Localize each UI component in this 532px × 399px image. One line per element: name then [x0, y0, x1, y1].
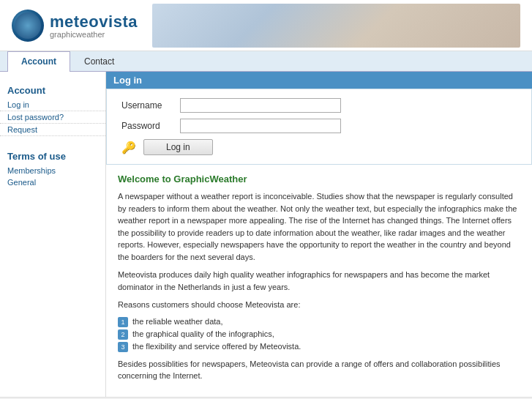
footer: Gladheidbestrijding Land en tuinbouw Onk… [0, 397, 532, 400]
login-button[interactable]: Log in [143, 139, 213, 155]
tab-contact[interactable]: Contact [70, 51, 128, 71]
reason-num-2: 2 [118, 329, 128, 340]
username-label: Username [121, 100, 180, 111]
reason-2: 2 the graphical quality of the infograph… [118, 329, 520, 340]
nav-tabs: Account Contact [0, 51, 532, 72]
sidebar-item-login[interactable]: Log in [0, 99, 105, 111]
reason-3: 3 the flexibility and service offered by… [118, 342, 520, 352]
welcome-content: Welcome to GraphicWeather A newspaper wi… [106, 165, 532, 397]
login-form: Username Password 🔑 Log in [106, 89, 532, 165]
sidebar-account-title: Account [0, 79, 105, 99]
password-row: Password [121, 119, 517, 133]
welcome-paragraph2: Meteovista produces daily high quality w… [118, 269, 520, 293]
welcome-title: Welcome to GraphicWeather [118, 174, 520, 184]
reasons-title: Reasons customers should choose Meteovis… [118, 299, 520, 311]
reason-label-3: the flexibility and service offered by M… [132, 342, 301, 351]
reason-1: 1 the reliable weather data, [118, 317, 520, 327]
sidebar-item-memberships[interactable]: Memberships [0, 165, 105, 176]
username-input[interactable] [180, 98, 341, 113]
header-image [152, 4, 520, 48]
logo-text: meteovista graphicweather [50, 12, 138, 39]
logo-area: meteovista graphicweather [12, 10, 138, 42]
key-icon: 🔑 [121, 141, 136, 154]
login-title: Log in [113, 75, 142, 86]
main-layout: Account Log in Lost password? Request Te… [0, 72, 532, 397]
reason-num-3: 3 [118, 342, 128, 352]
password-label: Password [121, 121, 180, 131]
logo-name: meteovista [50, 12, 138, 31]
reason-label-2: the graphical quality of the infographic… [132, 329, 274, 338]
sidebar-item-lost-password[interactable]: Lost password? [0, 111, 105, 124]
reason-label-1: the reliable weather data, [132, 317, 223, 326]
logo-icon [12, 10, 44, 42]
password-input[interactable] [180, 119, 341, 133]
login-box-header: Log in [106, 72, 532, 89]
username-row: Username [121, 98, 517, 113]
reason-num-1: 1 [118, 317, 128, 327]
sidebar-item-general[interactable]: General [0, 176, 105, 188]
login-submit-row: 🔑 Log in [121, 139, 517, 155]
header: meteovista graphicweather [0, 0, 532, 51]
sidebar: Account Log in Lost password? Request Te… [0, 72, 106, 397]
welcome-paragraph1: A newspaper without a weather report is … [118, 190, 520, 263]
tab-account[interactable]: Account [7, 51, 70, 72]
welcome-paragraph3: Besides possiblities for newspapers, Met… [118, 358, 520, 382]
content-area: Log in Username Password 🔑 Log in Welcom… [106, 72, 532, 397]
sidebar-terms-title: Terms of use [0, 145, 105, 165]
sidebar-item-request[interactable]: Request [0, 124, 105, 136]
